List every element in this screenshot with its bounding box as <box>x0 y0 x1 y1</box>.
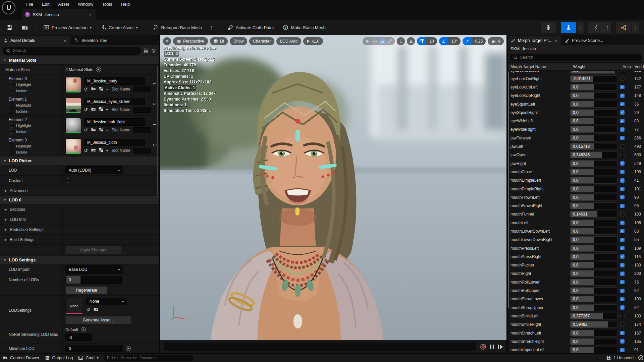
regenerate-button[interactable]: Regenerate <box>65 286 108 294</box>
auto-checkbox[interactable] <box>620 76 625 81</box>
browse-asset-icon[interactable] <box>91 147 96 154</box>
material-thumbnail[interactable] <box>65 138 81 154</box>
menu-file[interactable]: File <box>22 1 37 8</box>
slot-name-input[interactable] <box>133 86 151 92</box>
auto-checkbox[interactable]: ✓ <box>620 186 625 191</box>
auto-checkbox[interactable]: ✓ <box>620 84 625 89</box>
auto-checkbox[interactable]: ✓ <box>620 280 625 285</box>
auto-checkbox[interactable] <box>620 153 625 158</box>
auto-checkbox[interactable]: ✓ <box>620 254 625 259</box>
morph-weight-input[interactable]: 0,015718 <box>570 143 618 150</box>
browse-asset-icon[interactable] <box>91 107 96 113</box>
auto-checkbox[interactable] <box>620 71 625 73</box>
generate-asset-button[interactable]: Generate Asset... <box>65 316 131 324</box>
unsaved-assets-button[interactable]: * 1 Unsaved <box>606 355 634 360</box>
morph-weight-input[interactable]: 0,0 <box>570 245 618 252</box>
column-morph-target-name[interactable]: Morph Target Name <box>508 63 570 70</box>
morph-weight-input[interactable]: 0,0 <box>570 84 618 90</box>
preview-animation-button[interactable]: Preview Animation ▾ <box>41 22 94 33</box>
morph-weight-input[interactable]: 0,0 <box>570 92 618 99</box>
chevron-down-icon[interactable]: ▾ <box>106 149 108 153</box>
auto-checkbox[interactable]: ✓ <box>620 237 625 242</box>
slot-name-input[interactable] <box>133 107 151 113</box>
auto-checkbox[interactable] <box>620 212 625 217</box>
morph-weight-input[interactable]: 0,0 <box>570 135 618 141</box>
playback-speed-button[interactable]: x1,0 <box>303 37 323 45</box>
custom-checkbox[interactable] <box>65 178 70 183</box>
section-lod-settings[interactable]: ▼ LOD Settings <box>0 256 159 264</box>
advanced-row[interactable]: ▶Advanced <box>0 186 159 196</box>
skeleton-mode-button[interactable] <box>541 22 556 33</box>
camera-speed-control[interactable]: 4 <box>488 37 504 45</box>
morph-weight-input[interactable]: 0,0 <box>570 228 618 235</box>
output-log-button[interactable]: Output Log <box>45 355 73 360</box>
animation-mode-button[interactable]: ⋮ <box>588 22 611 33</box>
left-panel-scrollbar[interactable] <box>157 66 158 197</box>
morph-weight-input[interactable]: 0,0 <box>570 253 618 260</box>
tab-preview-scene-settings[interactable]: Preview Scene... <box>562 36 606 45</box>
activate-cloth-paint-button[interactable]: Activate Cloth Paint <box>225 22 276 33</box>
isolate-checkbox[interactable] <box>9 129 14 134</box>
mode-options-kebab-icon[interactable]: ⋮ <box>632 24 639 32</box>
menu-tools[interactable]: Tools <box>98 1 116 8</box>
morph-weight-input[interactable]: 0,0 <box>570 194 618 201</box>
auto-checkbox[interactable]: ✓ <box>620 169 625 174</box>
lit-mode-button[interactable]: Lit <box>210 37 228 45</box>
isolate-checkbox[interactable] <box>9 149 14 155</box>
material-select[interactable]: M_Jessica_body <box>84 77 145 85</box>
morph-weight-input[interactable]: 0,0 <box>570 270 618 277</box>
scale-tool-icon[interactable] <box>386 38 393 45</box>
use-selected-asset-icon[interactable]: ↺ <box>84 128 88 132</box>
minimum-lod-add-override-button[interactable]: + <box>126 346 131 351</box>
auto-checkbox[interactable]: ✓ <box>620 246 625 251</box>
revert-material-icon[interactable]: ↩ <box>153 142 157 147</box>
noref-add-override-button[interactable]: + <box>81 327 86 332</box>
highlight-checkbox[interactable] <box>9 82 14 87</box>
highlight-checkbox[interactable] <box>9 123 14 128</box>
material-thumbnail[interactable] <box>65 118 81 134</box>
auto-checkbox[interactable]: ✓ <box>620 195 625 200</box>
display-mode-icon[interactable] <box>144 48 149 53</box>
texture-streaming-icon[interactable] <box>99 107 103 112</box>
noref-value-input[interactable]: -1 <box>65 334 92 341</box>
revision-control-icon[interactable] <box>638 355 643 360</box>
morph-weight-input[interactable]: 0,0 <box>570 347 618 353</box>
use-selected-asset-icon[interactable]: ↺ <box>84 107 88 112</box>
auto-checkbox[interactable]: ✓ <box>620 102 625 107</box>
section-material-slots[interactable]: ▼ Material Slots <box>0 56 159 65</box>
auto-checkbox[interactable]: ✓ <box>620 229 625 234</box>
morph-weight-input[interactable]: 0,0 <box>570 330 618 337</box>
section-lod0[interactable]: ▼ LOD 0 <box>0 196 159 204</box>
section-lod-picker[interactable]: ▼ LOD Picker <box>0 157 159 165</box>
animation-blueprint-mode-button[interactable]: ⋮ <box>616 22 639 33</box>
morph-list-scrollbar[interactable] <box>508 71 509 308</box>
unreal-logo-icon[interactable] <box>2 1 15 14</box>
apply-changes-button[interactable]: Apply Changes <box>65 246 122 254</box>
timeline-scrubber[interactable] <box>164 343 476 351</box>
reimport-base-mesh-button[interactable]: Reimport Base Mesh <box>150 22 204 33</box>
skeletal-mesh-mode-button[interactable]: ⋮ <box>561 22 584 33</box>
tab-close-icon[interactable]: × <box>88 12 93 17</box>
morph-weight-input[interactable]: 0,0 <box>570 202 618 209</box>
auto-checkbox[interactable]: ✓ <box>620 220 625 225</box>
menu-edit[interactable]: Edit <box>38 1 53 8</box>
auto-checkbox[interactable]: ✓ <box>620 330 625 336</box>
auto-checkbox[interactable]: ✓ <box>620 263 625 268</box>
viewport-menu-button[interactable]: ≡ <box>163 37 171 45</box>
column-weight[interactable]: Weight <box>570 63 620 70</box>
morph-weight-input[interactable]: 0,59492 <box>570 321 618 328</box>
column-auto[interactable]: Auto <box>620 63 632 70</box>
menu-help[interactable]: Help <box>117 1 134 8</box>
cmd-selector[interactable]: Cmd ▾ <box>78 355 98 360</box>
morph-weight-input[interactable]: 0,377267 <box>570 313 618 319</box>
use-selected-asset-icon[interactable]: ↺ <box>86 307 90 312</box>
coordinate-system-button[interactable] <box>397 37 405 45</box>
add-material-slot-button[interactable]: + <box>96 67 101 72</box>
morph-search-input[interactable] <box>520 55 639 60</box>
show-menu-button[interactable]: Show <box>230 37 247 45</box>
auto-checkbox[interactable]: ✓ <box>620 119 625 124</box>
tab-close-icon[interactable]: × <box>553 38 558 43</box>
morph-weight-input[interactable]: 0,0 <box>570 109 618 116</box>
texture-streaming-icon[interactable] <box>99 86 103 92</box>
use-selected-asset-icon[interactable]: ↺ <box>84 87 88 92</box>
